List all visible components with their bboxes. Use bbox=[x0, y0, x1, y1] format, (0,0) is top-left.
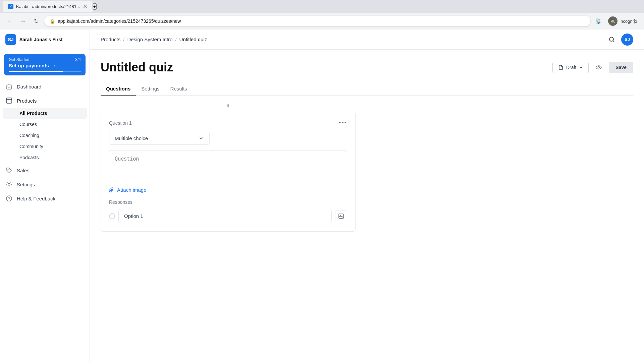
question-menu-button[interactable]: ••• bbox=[339, 119, 347, 126]
response-input[interactable] bbox=[118, 209, 332, 223]
attach-image-label: Attach image bbox=[117, 187, 147, 193]
draft-label: Draft bbox=[566, 65, 576, 70]
sidebar-item-all-products[interactable]: All Products bbox=[3, 108, 87, 119]
question-input[interactable] bbox=[109, 150, 347, 180]
tab-close-button[interactable]: ✕ bbox=[83, 3, 87, 10]
svg-point-2 bbox=[8, 183, 10, 185]
sidebar-item-community[interactable]: Community bbox=[3, 141, 87, 152]
active-tab[interactable]: K Kajabi - /admin/products/21481... ✕ bbox=[3, 1, 93, 12]
incognito-icon: 🕵 bbox=[608, 16, 618, 26]
sidebar-item-coaching[interactable]: Coaching bbox=[3, 130, 87, 141]
sidebar-item-dashboard[interactable]: Dashboard bbox=[0, 79, 90, 94]
courses-label: Courses bbox=[19, 122, 37, 127]
save-button[interactable]: Save bbox=[609, 62, 633, 73]
tab-title: Kajabi - /admin/products/21481... bbox=[16, 4, 80, 9]
sidebar-item-products[interactable]: Products bbox=[0, 94, 90, 108]
sidebar-item-settings[interactable]: Settings bbox=[0, 177, 90, 191]
sidebar-item-podcasts[interactable]: Podcasts bbox=[3, 152, 87, 163]
preview-button[interactable] bbox=[593, 61, 605, 73]
all-products-label: All Products bbox=[19, 111, 47, 116]
app-container: SJ Sarah Jonas's First Get Started 3/4 S… bbox=[0, 29, 644, 362]
sidebar-item-help[interactable]: Help & Feedback bbox=[0, 191, 90, 205]
products-label: Products bbox=[17, 98, 37, 104]
breadcrumb-design-system[interactable]: Design System Intro bbox=[127, 37, 172, 42]
paperclip-icon bbox=[109, 187, 114, 193]
sidebar-item-sales[interactable]: Sales bbox=[0, 163, 90, 177]
gear-icon bbox=[5, 181, 13, 188]
tab-favicon: K bbox=[8, 4, 13, 9]
browser-chrome: K Kajabi - /admin/products/21481... ✕ + … bbox=[0, 0, 644, 29]
breadcrumb-sep-1: / bbox=[123, 37, 124, 42]
quiz-header: Untitled quiz Draft bbox=[101, 60, 633, 74]
main-content: Products / Design System Intro / Untitle… bbox=[90, 29, 644, 362]
settings-label: Settings bbox=[17, 182, 35, 187]
sidebar-header: SJ Sarah Jonas's First bbox=[0, 29, 90, 50]
svg-point-7 bbox=[598, 67, 600, 68]
breadcrumb-current: Untitled quiz bbox=[179, 37, 207, 42]
menu-button[interactable]: ⋮ bbox=[629, 16, 640, 26]
sidebar-wrapper: Get Started 3/4 Set up payments → bbox=[0, 50, 90, 362]
sales-label: Sales bbox=[17, 168, 30, 173]
get-started-banner[interactable]: Get Started 3/4 Set up payments → bbox=[4, 54, 86, 75]
browser-tabs: K Kajabi - /admin/products/21481... ✕ + bbox=[0, 0, 644, 13]
question-icon bbox=[5, 195, 13, 202]
search-button[interactable] bbox=[606, 34, 617, 45]
back-button[interactable]: ← bbox=[4, 16, 15, 26]
tab-results[interactable]: Results bbox=[165, 82, 193, 96]
nav-actions: 📡 ☆ 🕵 Incognito ⋮ bbox=[593, 16, 640, 26]
response-row bbox=[109, 209, 347, 223]
breadcrumb-sep-2: / bbox=[175, 37, 176, 42]
avatar[interactable]: SJ bbox=[621, 34, 633, 46]
quiz-title: Untitled quiz bbox=[101, 60, 173, 74]
help-label: Help & Feedback bbox=[17, 196, 55, 201]
question-top: Question 1 ••• bbox=[109, 119, 347, 126]
svg-rect-0 bbox=[6, 98, 12, 103]
address-bar[interactable]: 🔒 app.kajabi.com/admin/categories/215247… bbox=[44, 16, 590, 26]
browser-nav: ← → ↻ 🔒 app.kajabi.com/admin/categories/… bbox=[0, 13, 644, 29]
question-label: Question 1 bbox=[109, 120, 132, 126]
chevron-down-icon bbox=[199, 136, 204, 141]
topbar: Products / Design System Intro / Untitle… bbox=[90, 29, 644, 50]
tabs: Questions Settings Results bbox=[101, 82, 633, 96]
sidebar-item-courses[interactable]: Courses bbox=[3, 119, 87, 130]
topbar-actions: SJ bbox=[606, 34, 633, 46]
community-label: Community bbox=[19, 144, 43, 149]
box-icon bbox=[5, 97, 13, 104]
get-started-count: 3/4 bbox=[75, 57, 81, 62]
question-area: ⠿ Question 1 ••• Multiple choice bbox=[101, 104, 356, 232]
tag-icon bbox=[5, 167, 13, 174]
get-started-top: Get Started 3/4 bbox=[9, 57, 81, 62]
attach-image-button[interactable]: Attach image bbox=[109, 187, 347, 193]
tab-questions[interactable]: Questions bbox=[101, 82, 136, 96]
podcasts-label: Podcasts bbox=[19, 155, 39, 160]
chevron-down-icon bbox=[579, 65, 583, 69]
type-selector[interactable]: Multiple choice bbox=[109, 132, 210, 145]
drag-handle[interactable]: ⠿ bbox=[101, 104, 356, 108]
sidebar-scroll: Get Started 3/4 Set up payments → bbox=[0, 50, 90, 362]
get-started-label: Get Started bbox=[9, 57, 29, 62]
breadcrumb-products[interactable]: Products bbox=[101, 37, 120, 42]
profile-button[interactable]: 🕵 Incognito bbox=[617, 16, 628, 26]
draft-button[interactable]: Draft bbox=[552, 62, 589, 73]
cast-button[interactable]: 📡 bbox=[593, 16, 604, 26]
reload-button[interactable]: ↻ bbox=[31, 16, 42, 26]
forward-button[interactable]: → bbox=[17, 16, 28, 26]
svg-point-6 bbox=[596, 66, 601, 69]
get-started-cta: Set up payments → bbox=[9, 63, 81, 68]
responses-label: Responses bbox=[109, 199, 347, 205]
response-image-button[interactable] bbox=[335, 210, 347, 222]
svg-point-4 bbox=[9, 200, 9, 200]
lock-icon: 🔒 bbox=[50, 19, 55, 24]
question-card: Question 1 ••• Multiple choice bbox=[101, 111, 356, 232]
dashboard-label: Dashboard bbox=[17, 84, 41, 89]
image-icon bbox=[338, 213, 344, 219]
quiz-actions: Draft Save bbox=[552, 61, 633, 73]
type-label: Multiple choice bbox=[115, 135, 148, 141]
response-radio[interactable] bbox=[109, 213, 115, 219]
sidebar: SJ Sarah Jonas's First Get Started 3/4 S… bbox=[0, 29, 90, 362]
tab-settings[interactable]: Settings bbox=[136, 82, 165, 96]
home-icon bbox=[5, 83, 13, 90]
new-tab-button[interactable]: + bbox=[93, 3, 97, 10]
svg-point-1 bbox=[8, 169, 9, 170]
get-started-progress-fill bbox=[9, 71, 63, 72]
